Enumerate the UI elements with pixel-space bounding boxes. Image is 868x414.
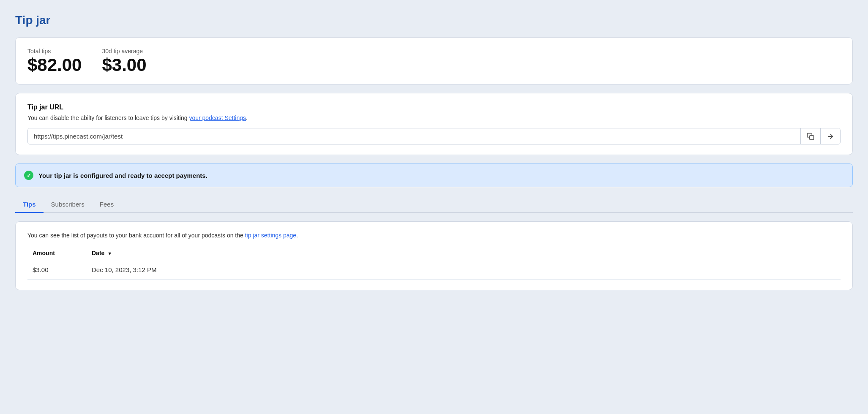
date-column-label: Date — [92, 250, 104, 256]
row-date: Dec 10, 2023, 3:12 PM — [87, 260, 841, 280]
total-tips-value: $82.00 — [27, 56, 82, 74]
status-banner: ✓ Your tip jar is configured and ready t… — [15, 163, 853, 187]
table-row: $3.00 Dec 10, 2023, 3:12 PM — [27, 260, 841, 280]
tip-jar-url-card: Tip jar URL You can disable the abilty f… — [15, 93, 853, 155]
description-text-before: You can disable the abilty for listeners… — [27, 114, 189, 121]
sort-icon: ▼ — [107, 251, 112, 256]
table-header-row: Amount Date ▼ — [27, 246, 841, 260]
payout-description: You can see the list of payouts to your … — [27, 232, 841, 239]
description-text-after: . — [246, 114, 248, 121]
podcast-settings-link[interactable]: your podcast Settings — [189, 114, 246, 121]
payout-desc-after: . — [296, 232, 298, 239]
payout-table: Amount Date ▼ $3.00 Dec 10, 2023, 3:12 P… — [27, 246, 841, 280]
stats-card: Total tips $82.00 30d tip average $3.00 — [15, 37, 853, 84]
go-url-button[interactable] — [820, 128, 840, 144]
status-text: Your tip jar is configured and ready to … — [38, 172, 207, 179]
copy-url-button[interactable] — [800, 128, 820, 144]
avg-tips-label: 30d tip average — [102, 48, 146, 54]
tab-tips[interactable]: Tips — [15, 196, 44, 213]
tip-jar-url-title: Tip jar URL — [27, 104, 841, 111]
tab-subscribers[interactable]: Subscribers — [44, 196, 92, 213]
payouts-card: You can see the list of payouts to your … — [15, 221, 853, 290]
column-amount: Amount — [27, 246, 87, 260]
tip-jar-url-input[interactable] — [28, 128, 800, 144]
tip-jar-url-description: You can disable the abilty for listeners… — [27, 114, 841, 121]
payout-desc-before: You can see the list of payouts to your … — [27, 232, 245, 239]
column-date[interactable]: Date ▼ — [87, 246, 841, 260]
check-icon: ✓ — [24, 171, 33, 180]
avg-tips-value: $3.00 — [102, 56, 146, 74]
page-title: Tip jar — [15, 14, 853, 27]
avg-tips-stat: 30d tip average $3.00 — [102, 48, 146, 74]
tip-jar-settings-link[interactable]: tip jar settings page — [245, 232, 296, 239]
stats-row: Total tips $82.00 30d tip average $3.00 — [27, 48, 841, 74]
tab-fees[interactable]: Fees — [92, 196, 121, 213]
row-amount: $3.00 — [27, 260, 87, 280]
total-tips-label: Total tips — [27, 48, 82, 54]
total-tips-stat: Total tips $82.00 — [27, 48, 82, 74]
svg-rect-0 — [810, 135, 814, 139]
tabs-row: Tips Subscribers Fees — [15, 196, 853, 213]
url-input-row — [27, 128, 841, 144]
